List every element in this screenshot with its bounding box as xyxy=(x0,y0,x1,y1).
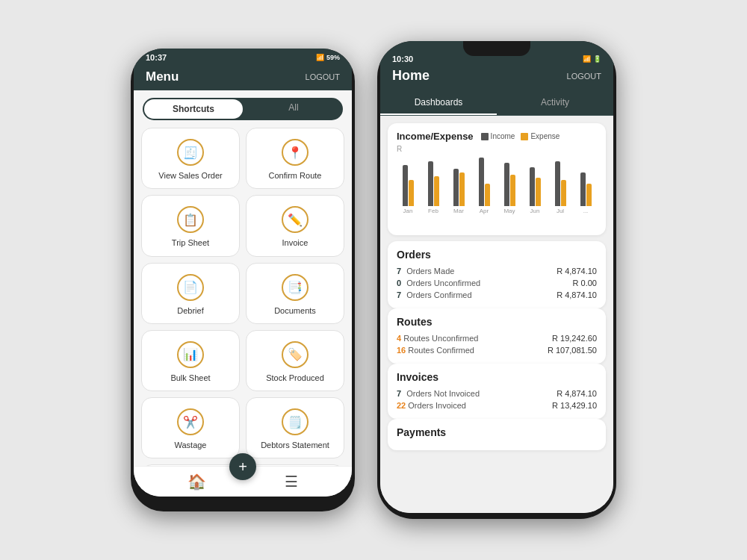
legend-expense: Expense xyxy=(521,132,560,140)
income-bar xyxy=(453,169,459,206)
expense-bar xyxy=(409,180,414,206)
left-header: Menu LOGOUT xyxy=(134,63,352,90)
chart-bars xyxy=(555,149,566,206)
chart-month-label: May xyxy=(503,208,515,214)
section-title: Invoices xyxy=(397,371,597,383)
chart-month-label: Apr xyxy=(480,208,489,214)
bottom-bar: 🏠 + ☰ xyxy=(134,466,352,497)
shortcut-bulk-sheet[interactable]: 📊 Bulk Sheet xyxy=(141,330,240,391)
legend-income: Income xyxy=(481,132,515,140)
data-row: 0 Orders Unconfirmed R 0.00 xyxy=(397,277,597,289)
data-sections: Orders 7 Orders Made R 4,874.10 0 Orders… xyxy=(388,241,606,450)
chart-group-Apr: Apr xyxy=(473,149,495,214)
shortcut-stock-produced[interactable]: 🏷️ Stock Produced xyxy=(246,330,344,391)
expense-bar xyxy=(459,172,465,206)
section-title: Routes xyxy=(397,316,597,328)
left-screen: Menu LOGOUT Shortcuts All 🧾 View Sales O… xyxy=(134,63,352,497)
menu-title: Menu xyxy=(146,69,179,84)
chart-bars xyxy=(580,149,592,206)
shortcut-debrief[interactable]: 📄 Debrief xyxy=(141,263,240,324)
wastage-icon: ✂️ xyxy=(177,408,204,435)
fab-button[interactable]: + xyxy=(229,453,256,480)
nav-tabs: Dashboards Activity xyxy=(380,91,613,116)
shortcut-trip-sheet[interactable]: 📋 Trip Sheet xyxy=(141,195,240,256)
chart-bars xyxy=(530,149,541,206)
chart-month-label: Jun xyxy=(530,208,540,214)
bulk-sheet-icon: 📊 xyxy=(177,341,204,368)
chart-month-label: Mar xyxy=(453,208,464,214)
chart-legend: Income Expense xyxy=(481,132,560,140)
right-logout-button[interactable]: LOGOUT xyxy=(567,72,601,81)
row-value: R 19,242.60 xyxy=(552,334,597,343)
expense-bar xyxy=(485,184,490,206)
row-value: R 107,081.50 xyxy=(548,346,597,355)
chart-title-row: Income/Expense Income Expense xyxy=(397,131,597,142)
right-time: 10:30 xyxy=(392,55,413,63)
chart-title: Income/Expense xyxy=(397,131,474,142)
chart-month-label: Feb xyxy=(428,208,438,214)
view-sales-order-label: View Sales Order xyxy=(158,170,222,181)
chart-month-label: Jul xyxy=(557,208,564,214)
expense-bar xyxy=(510,175,515,206)
shortcut-wastage[interactable]: ✂️ Wastage xyxy=(141,397,240,458)
row-count: 4 xyxy=(397,334,401,343)
expense-bar xyxy=(536,178,541,206)
left-status-icons: 📶 59% xyxy=(316,54,340,61)
income-bar xyxy=(428,161,433,206)
shortcut-documents[interactable]: 📑 Documents xyxy=(246,263,344,324)
data-row: 7 Orders Not Invoiced R 4,874.10 xyxy=(397,388,597,399)
right-phone: 10:30 📶 🔋 Home LOGOUT Dashboards Activit… xyxy=(377,41,616,519)
row-label: 7 Orders Not Invoiced xyxy=(397,389,480,398)
row-count: 22 xyxy=(397,401,406,410)
logout-button[interactable]: LOGOUT xyxy=(306,72,340,81)
shortcut-invoice[interactable]: ✏️ Invoice xyxy=(246,195,344,256)
documents-icon: 📑 xyxy=(282,274,309,301)
row-value: R 4,874.10 xyxy=(557,290,597,299)
confirm-route-icon: 📍 xyxy=(282,139,309,166)
menu-icon[interactable]: ☰ xyxy=(285,473,298,491)
chart-group-Mar: Mar xyxy=(447,149,470,214)
row-value: R 13,429.10 xyxy=(552,401,597,410)
invoice-label: Invoice xyxy=(282,237,309,248)
data-row: 7 Orders Confirmed R 4,874.10 xyxy=(397,289,597,301)
right-screen: Home LOGOUT Dashboards Activity Income/E… xyxy=(380,65,613,513)
income-bar xyxy=(555,161,560,206)
home-icon[interactable]: 🏠 xyxy=(187,473,206,491)
shortcut-view-sales-order[interactable]: 🧾 View Sales Order xyxy=(141,128,240,189)
tab-all[interactable]: All xyxy=(244,98,343,120)
debtors-statement-icon: 🗒️ xyxy=(282,408,309,435)
documents-label: Documents xyxy=(274,305,316,316)
trip-sheet-icon: 📋 xyxy=(177,206,204,233)
row-label: 22 Orders Invoiced xyxy=(397,401,466,410)
row-value: R 0.00 xyxy=(573,279,597,287)
chart-group-...: ... xyxy=(574,149,597,214)
right-status-icons: 📶 🔋 xyxy=(583,55,601,63)
expense-bar xyxy=(561,180,566,206)
tab-activity[interactable]: Activity xyxy=(497,91,613,115)
shortcut-debtors-statement[interactable]: 🗒️ Debtors Statement xyxy=(246,397,344,458)
data-row: 4 Routes Unconfirmed R 19,242.60 xyxy=(397,332,597,344)
data-row: 22 Orders Invoiced R 13,429.10 xyxy=(397,399,597,411)
row-label: 7 Orders Confirmed xyxy=(397,290,472,299)
row-label: 7 Orders Made xyxy=(397,267,454,276)
expense-bar xyxy=(586,184,592,206)
chart-month-label: Jan xyxy=(403,208,413,214)
chart-month-label: ... xyxy=(583,208,589,214)
shortcut-confirm-route[interactable]: 📍 Confirm Route xyxy=(246,128,344,189)
data-row: 7 Orders Made R 4,874.10 xyxy=(397,265,597,277)
row-count: 0 xyxy=(397,279,401,287)
tab-shortcuts[interactable]: Shortcuts xyxy=(144,99,243,119)
section-payments: Payments xyxy=(388,419,606,450)
tab-dashboards[interactable]: Dashboards xyxy=(380,91,497,115)
income-bar xyxy=(403,165,408,206)
invoice-icon: ✏️ xyxy=(282,206,309,233)
signal-icon: 📶 xyxy=(316,54,324,61)
income-bar xyxy=(580,172,586,206)
left-status-bar: 10:37 📶 59% xyxy=(131,49,355,63)
row-value: R 4,874.10 xyxy=(557,267,597,276)
data-row: 16 Routes Confirmed R 107,081.50 xyxy=(397,344,597,356)
shortcuts-grid: 🧾 View Sales Order 📍 Confirm Route 📋 Tri… xyxy=(134,125,352,466)
income-bar xyxy=(504,163,509,206)
wastage-label: Wastage xyxy=(174,440,206,450)
tab-bar: Shortcuts All xyxy=(143,98,343,120)
